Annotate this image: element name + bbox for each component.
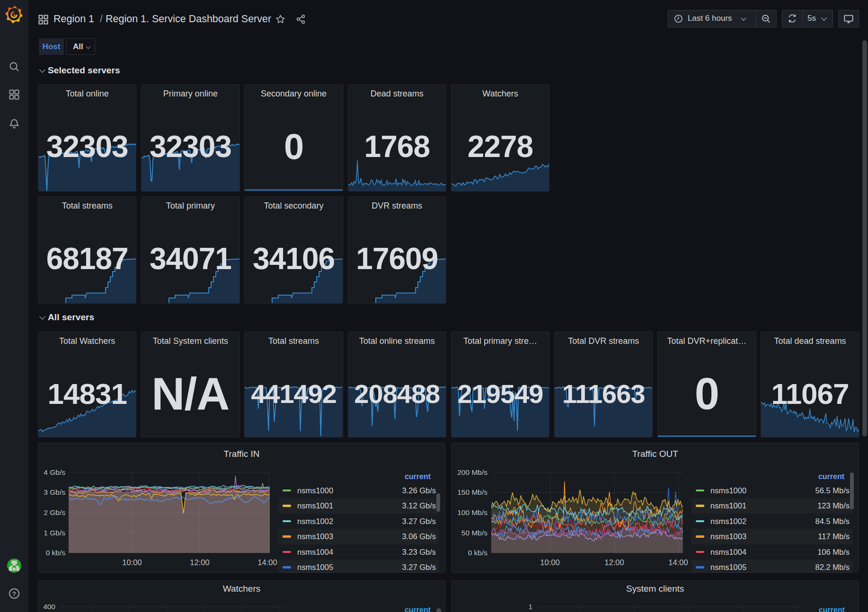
svg-text:?: ? <box>12 590 16 597</box>
